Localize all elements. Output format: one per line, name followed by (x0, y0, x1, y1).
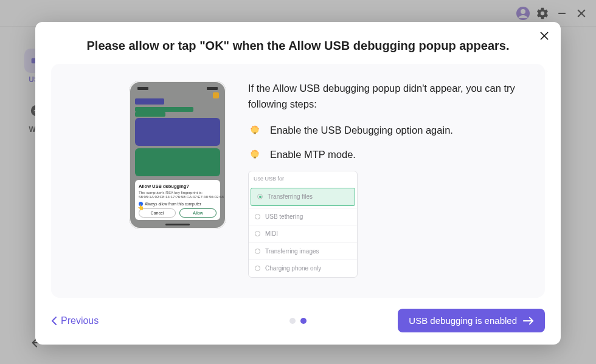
instructions: If the Allow USB debugging popup didn't … (248, 81, 528, 278)
usb-option-charging-only: Charging phone only (249, 259, 357, 277)
usb-option-midi: MIDI (249, 225, 357, 242)
dialog-fingerprint-label: The computer's RSA key fingerprint is: (139, 190, 217, 194)
close-icon[interactable] (539, 30, 550, 44)
chevron-left-icon (51, 317, 57, 325)
step-enable-usb-debugging: Enable the USB Debugging option again. (248, 123, 528, 139)
radio-icon (255, 231, 260, 236)
svg-rect-14 (254, 156, 256, 158)
lightbulb-icon (248, 148, 262, 162)
tap-hand-icon: 👆 (137, 204, 144, 210)
radio-icon (255, 249, 260, 254)
radio-icon (257, 194, 263, 199)
step-indicator (289, 318, 307, 324)
usb-option-transferring-images: Transferring images (249, 242, 357, 260)
content-card: Allow USB debugging? The computer's RSA … (51, 64, 545, 298)
step-text: Enable the USB Debugging option again. (270, 123, 453, 139)
usb-option-usb-tethering: USB tethering (249, 208, 357, 225)
usb-debug-modal: Please allow or tap "OK" when the Allow … (35, 22, 561, 345)
intro-text: If the Allow USB debugging popup didn't … (248, 81, 528, 112)
step-dot-2 (300, 318, 307, 324)
always-allow-label: Always allow from this computer (145, 202, 201, 206)
arrow-right-icon (523, 317, 534, 325)
step-text: Enable MTP mode. (270, 147, 356, 163)
previous-label: Previous (61, 315, 99, 326)
usb-options-widget: Use USB for Transferring files USB tethe… (248, 171, 358, 277)
next-label: USB debugging is enabled (409, 315, 517, 326)
lightbulb-icon (248, 124, 262, 137)
radio-icon (255, 214, 260, 219)
phone-allow-dialog: Allow USB debugging? The computer's RSA … (135, 180, 220, 220)
dialog-heading: Allow USB debugging? (139, 184, 217, 189)
dialog-cancel-button: Cancel (139, 208, 176, 218)
usb-debugging-enabled-button[interactable]: USB debugging is enabled (398, 309, 545, 332)
modal-footer: Previous USB debugging is enabled (51, 309, 545, 332)
step-dot-1 (289, 318, 296, 324)
dialog-fingerprint-value: 58:95:1A:92:F8:14:17:76:98:CA:47:E7:A0:5… (139, 194, 217, 199)
modal-title: Please allow or tap "OK" when the Allow … (51, 39, 545, 53)
previous-button[interactable]: Previous (51, 315, 99, 326)
usb-option-label: USB tethering (265, 212, 303, 222)
usb-options-header: Use USB for (249, 171, 357, 186)
usb-option-label: Charging phone only (265, 264, 321, 273)
usb-option-transferring-files: Transferring files (251, 188, 355, 206)
usb-option-label: Transferring files (268, 192, 313, 202)
usb-option-label: Transferring images (265, 247, 319, 256)
radio-icon (255, 266, 260, 271)
usb-option-label: MIDI (265, 229, 278, 239)
step-enable-mtp: Enable MTP mode. (248, 147, 528, 163)
svg-rect-12 (254, 132, 256, 134)
phone-illustration: Allow USB debugging? The computer's RSA … (68, 81, 226, 229)
dialog-allow-button: Allow (179, 208, 217, 218)
